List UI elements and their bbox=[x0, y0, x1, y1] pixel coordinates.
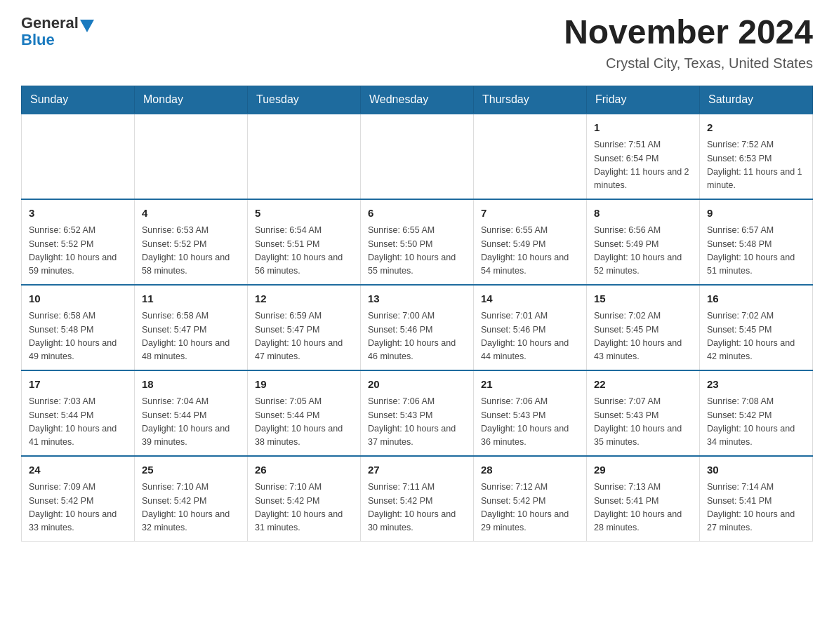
day-number: 4 bbox=[142, 206, 240, 222]
calendar-cell: 15Sunrise: 7:02 AMSunset: 5:45 PMDayligh… bbox=[587, 285, 700, 370]
day-number: 30 bbox=[707, 462, 805, 478]
week-row-3: 17Sunrise: 7:03 AMSunset: 5:44 PMDayligh… bbox=[22, 370, 813, 456]
day-info: Sunrise: 6:53 AMSunset: 5:52 PMDaylight:… bbox=[142, 224, 240, 279]
calendar-cell: 1Sunrise: 7:51 AMSunset: 6:54 PMDaylight… bbox=[587, 114, 700, 199]
calendar-cell: 10Sunrise: 6:58 AMSunset: 5:48 PMDayligh… bbox=[22, 285, 135, 370]
subtitle: Crystal City, Texas, United States bbox=[564, 55, 813, 72]
day-number: 27 bbox=[368, 462, 466, 478]
calendar-cell: 14Sunrise: 7:01 AMSunset: 5:46 PMDayligh… bbox=[474, 285, 587, 370]
day-number: 26 bbox=[255, 462, 353, 478]
calendar-cell: 4Sunrise: 6:53 AMSunset: 5:52 PMDaylight… bbox=[135, 199, 248, 285]
day-info: Sunrise: 6:55 AMSunset: 5:49 PMDaylight:… bbox=[481, 224, 579, 279]
title-area: November 2024 Crystal City, Texas, Unite… bbox=[564, 14, 813, 72]
logo-triangle-icon bbox=[80, 20, 94, 32]
column-header-monday: Monday bbox=[135, 86, 248, 114]
day-info: Sunrise: 7:04 AMSunset: 5:44 PMDaylight:… bbox=[142, 395, 240, 450]
calendar-cell bbox=[474, 114, 587, 199]
calendar-cell bbox=[361, 114, 474, 199]
day-info: Sunrise: 7:51 AMSunset: 6:54 PMDaylight:… bbox=[594, 138, 692, 193]
calendar-cell: 6Sunrise: 6:55 AMSunset: 5:50 PMDaylight… bbox=[361, 199, 474, 285]
day-info: Sunrise: 7:05 AMSunset: 5:44 PMDaylight:… bbox=[255, 395, 353, 450]
day-info: Sunrise: 7:03 AMSunset: 5:44 PMDaylight:… bbox=[29, 395, 127, 450]
calendar-cell: 28Sunrise: 7:12 AMSunset: 5:42 PMDayligh… bbox=[474, 456, 587, 542]
week-row-4: 24Sunrise: 7:09 AMSunset: 5:42 PMDayligh… bbox=[22, 456, 813, 542]
day-number: 9 bbox=[707, 206, 805, 222]
day-number: 8 bbox=[594, 206, 692, 222]
day-info: Sunrise: 7:01 AMSunset: 5:46 PMDaylight:… bbox=[481, 309, 579, 364]
calendar-cell: 24Sunrise: 7:09 AMSunset: 5:42 PMDayligh… bbox=[22, 456, 135, 542]
day-info: Sunrise: 6:58 AMSunset: 5:48 PMDaylight:… bbox=[29, 309, 127, 364]
day-info: Sunrise: 7:06 AMSunset: 5:43 PMDaylight:… bbox=[481, 395, 579, 450]
day-number: 14 bbox=[481, 291, 579, 307]
day-number: 21 bbox=[481, 377, 579, 393]
week-row-0: 1Sunrise: 7:51 AMSunset: 6:54 PMDaylight… bbox=[22, 114, 813, 199]
column-header-thursday: Thursday bbox=[474, 86, 587, 114]
calendar-cell: 29Sunrise: 7:13 AMSunset: 5:41 PMDayligh… bbox=[587, 456, 700, 542]
logo-general-word: General bbox=[21, 14, 79, 32]
column-header-tuesday: Tuesday bbox=[248, 86, 361, 114]
day-number: 22 bbox=[594, 377, 692, 393]
calendar-cell: 11Sunrise: 6:58 AMSunset: 5:47 PMDayligh… bbox=[135, 285, 248, 370]
calendar-cell bbox=[22, 114, 135, 199]
day-number: 24 bbox=[29, 462, 127, 478]
calendar-cell: 17Sunrise: 7:03 AMSunset: 5:44 PMDayligh… bbox=[22, 370, 135, 456]
calendar-cell: 12Sunrise: 6:59 AMSunset: 5:47 PMDayligh… bbox=[248, 285, 361, 370]
week-row-1: 3Sunrise: 6:52 AMSunset: 5:52 PMDaylight… bbox=[22, 199, 813, 285]
day-info: Sunrise: 6:58 AMSunset: 5:47 PMDaylight:… bbox=[142, 309, 240, 364]
calendar-cell: 23Sunrise: 7:08 AMSunset: 5:42 PMDayligh… bbox=[700, 370, 813, 456]
calendar-table: SundayMondayTuesdayWednesdayThursdayFrid… bbox=[21, 86, 813, 542]
logo-blue-text: Blue bbox=[21, 31, 55, 49]
day-number: 2 bbox=[707, 120, 805, 136]
day-number: 15 bbox=[594, 291, 692, 307]
day-number: 25 bbox=[142, 462, 240, 478]
day-info: Sunrise: 6:55 AMSunset: 5:50 PMDaylight:… bbox=[368, 224, 466, 279]
calendar-cell: 8Sunrise: 6:56 AMSunset: 5:49 PMDaylight… bbox=[587, 199, 700, 285]
day-number: 5 bbox=[255, 206, 353, 222]
calendar-cell: 26Sunrise: 7:10 AMSunset: 5:42 PMDayligh… bbox=[248, 456, 361, 542]
calendar-cell: 3Sunrise: 6:52 AMSunset: 5:52 PMDaylight… bbox=[22, 199, 135, 285]
main-title: November 2024 bbox=[564, 14, 813, 51]
calendar-cell: 2Sunrise: 7:52 AMSunset: 6:53 PMDaylight… bbox=[700, 114, 813, 199]
day-number: 11 bbox=[142, 291, 240, 307]
calendar-cell: 20Sunrise: 7:06 AMSunset: 5:43 PMDayligh… bbox=[361, 370, 474, 456]
day-number: 13 bbox=[368, 291, 466, 307]
day-info: Sunrise: 7:07 AMSunset: 5:43 PMDaylight:… bbox=[594, 395, 692, 450]
calendar-cell: 7Sunrise: 6:55 AMSunset: 5:49 PMDaylight… bbox=[474, 199, 587, 285]
day-info: Sunrise: 7:08 AMSunset: 5:42 PMDaylight:… bbox=[707, 395, 805, 450]
day-number: 19 bbox=[255, 377, 353, 393]
calendar-cell: 21Sunrise: 7:06 AMSunset: 5:43 PMDayligh… bbox=[474, 370, 587, 456]
day-info: Sunrise: 6:54 AMSunset: 5:51 PMDaylight:… bbox=[255, 224, 353, 279]
day-info: Sunrise: 6:59 AMSunset: 5:47 PMDaylight:… bbox=[255, 309, 353, 364]
week-row-2: 10Sunrise: 6:58 AMSunset: 5:48 PMDayligh… bbox=[22, 285, 813, 370]
column-header-sunday: Sunday bbox=[22, 86, 135, 114]
calendar-cell: 5Sunrise: 6:54 AMSunset: 5:51 PMDaylight… bbox=[248, 199, 361, 285]
day-number: 16 bbox=[707, 291, 805, 307]
day-info: Sunrise: 7:14 AMSunset: 5:41 PMDaylight:… bbox=[707, 481, 805, 535]
logo: General Blue bbox=[21, 14, 94, 49]
day-info: Sunrise: 7:10 AMSunset: 5:42 PMDaylight:… bbox=[142, 481, 240, 535]
calendar-cell bbox=[248, 114, 361, 199]
calendar-cell: 19Sunrise: 7:05 AMSunset: 5:44 PMDayligh… bbox=[248, 370, 361, 456]
page-header: General Blue November 2024 Crystal City,… bbox=[21, 14, 813, 72]
calendar-cell: 16Sunrise: 7:02 AMSunset: 5:45 PMDayligh… bbox=[700, 285, 813, 370]
column-header-saturday: Saturday bbox=[700, 86, 813, 114]
calendar-cell: 13Sunrise: 7:00 AMSunset: 5:46 PMDayligh… bbox=[361, 285, 474, 370]
calendar-cell: 30Sunrise: 7:14 AMSunset: 5:41 PMDayligh… bbox=[700, 456, 813, 542]
calendar-cell: 27Sunrise: 7:11 AMSunset: 5:42 PMDayligh… bbox=[361, 456, 474, 542]
calendar-cell: 18Sunrise: 7:04 AMSunset: 5:44 PMDayligh… bbox=[135, 370, 248, 456]
calendar-cell: 22Sunrise: 7:07 AMSunset: 5:43 PMDayligh… bbox=[587, 370, 700, 456]
day-number: 10 bbox=[29, 291, 127, 307]
day-info: Sunrise: 7:52 AMSunset: 6:53 PMDaylight:… bbox=[707, 138, 805, 193]
day-number: 7 bbox=[481, 206, 579, 222]
day-info: Sunrise: 6:52 AMSunset: 5:52 PMDaylight:… bbox=[29, 224, 127, 279]
day-number: 17 bbox=[29, 377, 127, 393]
column-header-friday: Friday bbox=[587, 86, 700, 114]
calendar-cell: 9Sunrise: 6:57 AMSunset: 5:48 PMDaylight… bbox=[700, 199, 813, 285]
day-info: Sunrise: 7:12 AMSunset: 5:42 PMDaylight:… bbox=[481, 481, 579, 535]
day-info: Sunrise: 7:10 AMSunset: 5:42 PMDaylight:… bbox=[255, 481, 353, 535]
day-info: Sunrise: 7:06 AMSunset: 5:43 PMDaylight:… bbox=[368, 395, 466, 450]
day-info: Sunrise: 7:02 AMSunset: 5:45 PMDaylight:… bbox=[594, 309, 692, 364]
day-info: Sunrise: 7:09 AMSunset: 5:42 PMDaylight:… bbox=[29, 481, 127, 535]
column-header-wednesday: Wednesday bbox=[361, 86, 474, 114]
day-info: Sunrise: 7:11 AMSunset: 5:42 PMDaylight:… bbox=[368, 481, 466, 535]
